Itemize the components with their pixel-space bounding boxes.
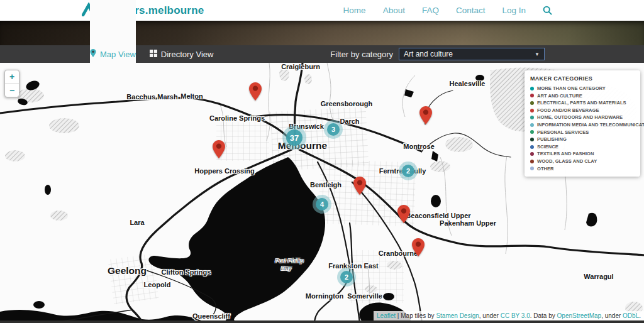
directory-view-toggle[interactable]: Directory View [150, 50, 214, 59]
cluster-marker-2[interactable]: 2 [402, 165, 414, 177]
map-pin-marker[interactable] [419, 106, 433, 124]
nav-link-home[interactable]: Home [343, 6, 366, 15]
map-attribution: Leaflet | Map tiles by Stamen Design, un… [374, 311, 644, 320]
attribution-link-odbl[interactable]: ODbL [623, 312, 639, 319]
legend-item-science: SCIENCE [530, 143, 635, 151]
legend-item-wood-glass-and-clay: WOOD, GLASS AND CLAY [530, 158, 635, 165]
nav-link-log-in[interactable]: Log In [502, 6, 526, 15]
legend-item-art-and-culture: ART AND CULTURE [530, 92, 635, 100]
legend-dot [530, 123, 534, 127]
legend-item-more-than-one-category: MORE THAN ONE CATEGORY [530, 85, 635, 92]
legend-label: ELECTRICAL, PARTS AND MATERIALS [537, 99, 626, 107]
legend-dot [530, 109, 534, 112]
legend-dot [530, 145, 534, 149]
legend-label: SCIENCE [537, 143, 558, 151]
attribution-text: | Map tiles by [396, 312, 436, 319]
nav-link-faq[interactable]: FAQ [422, 6, 439, 15]
legend-dot [530, 138, 534, 141]
zoom-out-button[interactable]: − [5, 84, 19, 97]
view-toolbar: Map View Directory View Filter by catego… [0, 45, 644, 63]
legend-label: PUBLISHING [537, 136, 567, 143]
legend-items: MORE THAN ONE CATEGORYART AND CULTUREELE… [530, 85, 635, 172]
map-pin-marker[interactable] [397, 205, 411, 223]
map-pin-marker[interactable] [212, 140, 226, 158]
legend-dot [530, 116, 534, 119]
legend-item-electrical-parts-and-materials: ELECTRICAL, PARTS AND MATERIALS [530, 99, 635, 107]
legend-item-home-outdoors-and-hardware: HOME, OUTDOORS AND HARDWARE [530, 114, 635, 121]
legend-title: MAKER CATEGORIES [530, 75, 635, 82]
legend-dot [530, 101, 534, 105]
directory-view-label: Directory View [161, 50, 214, 59]
cluster-count: 2 [402, 165, 414, 177]
attribution-link-cc-by-3-0[interactable]: CC BY 3.0 [501, 312, 530, 319]
category-filter-dropdown[interactable]: Art and culture ▼ [399, 48, 545, 60]
legend-item-publishing: PUBLISHING [530, 136, 635, 143]
map-view-label: Map View [100, 50, 136, 59]
map-canvas[interactable]: + − MAKER CATEGORIES MORE THAN ONE CATEG… [0, 63, 644, 323]
legend-dot [530, 167, 534, 170]
page: makers.melbourne HomeAboutFAQContactLog … [0, 0, 644, 323]
attribution-text: . [639, 312, 641, 319]
cluster-count: 37 [286, 129, 303, 146]
map-pin-marker[interactable] [353, 177, 367, 195]
legend-label: OTHER [537, 165, 554, 173]
legend-dot [530, 87, 534, 90]
legend-item-information-media-and-telecommunications: INFORMATION MEDIA AND TELECOMMUNICATIONS [530, 121, 635, 129]
legend-label: PERSONAL SERVICES [537, 129, 589, 136]
legend-label: TEXTILES AND FASHION [537, 150, 594, 158]
search-icon[interactable] [543, 6, 552, 15]
zoom-in-button[interactable]: + [5, 70, 19, 84]
bottom-edge-bar [0, 320, 644, 323]
attribution-link-openstreetmap[interactable]: OpenStreetMap [557, 312, 602, 319]
nav-link-contact[interactable]: Contact [456, 6, 486, 15]
legend-label: FOOD AND/OR BEVERAGE [537, 107, 599, 114]
attribution-link-stamen-design[interactable]: Stamen Design [436, 312, 479, 319]
cluster-count: 4 [316, 198, 328, 211]
cluster-count: 2 [340, 271, 353, 283]
legend-label: MORE THAN ONE CATEGORY [537, 85, 606, 92]
legend-item-personal-services: PERSONAL SERVICES [530, 129, 635, 136]
cluster-count: 3 [327, 123, 340, 136]
filter-group: Filter by category Art and culture ▼ [330, 48, 545, 60]
cluster-marker-4[interactable]: 4 [316, 198, 328, 211]
nav-links: HomeAboutFAQContactLog In [343, 6, 552, 15]
filter-label: Filter by category [330, 50, 393, 59]
attribution-text: , under [479, 312, 501, 319]
location-pin-icon [90, 49, 96, 59]
legend-label: WOOD, GLASS AND CLAY [537, 158, 597, 165]
cluster-marker-2[interactable]: 2 [340, 271, 353, 283]
cluster-marker-37[interactable]: 37 [286, 129, 303, 146]
attribution-text: , under [601, 312, 623, 319]
legend-item-food-and-or-beverage: FOOD AND/OR BEVERAGE [530, 107, 635, 114]
zoom-control: + − [4, 70, 19, 97]
attribution-link-leaflet[interactable]: Leaflet [377, 312, 396, 319]
maker-categories-legend: MAKER CATEGORIES MORE THAN ONE CATEGORYA… [525, 70, 640, 177]
map-pin-marker[interactable] [411, 238, 425, 256]
legend-dot [530, 160, 534, 163]
cluster-marker-3[interactable]: 3 [327, 123, 340, 136]
category-filter-value: Art and culture [404, 50, 453, 58]
legend-dot [530, 152, 534, 156]
legend-item-other: OTHER [530, 165, 635, 173]
grid-icon [150, 50, 157, 59]
chevron-down-icon: ▼ [535, 52, 540, 57]
legend-label: HOME, OUTDOORS AND HARDWARE [537, 114, 623, 121]
legend-label: ART AND CULTURE [537, 92, 582, 100]
map-pin-marker[interactable] [248, 82, 262, 101]
attribution-text: . Data by [530, 312, 557, 319]
legend-dot [530, 94, 534, 97]
legend-item-textiles-and-fashion: TEXTILES AND FASHION [530, 150, 635, 158]
legend-label: INFORMATION MEDIA AND TELECOMMUNICATIONS [537, 121, 644, 129]
legend-dot [530, 130, 534, 134]
nav-link-about[interactable]: About [383, 6, 405, 15]
